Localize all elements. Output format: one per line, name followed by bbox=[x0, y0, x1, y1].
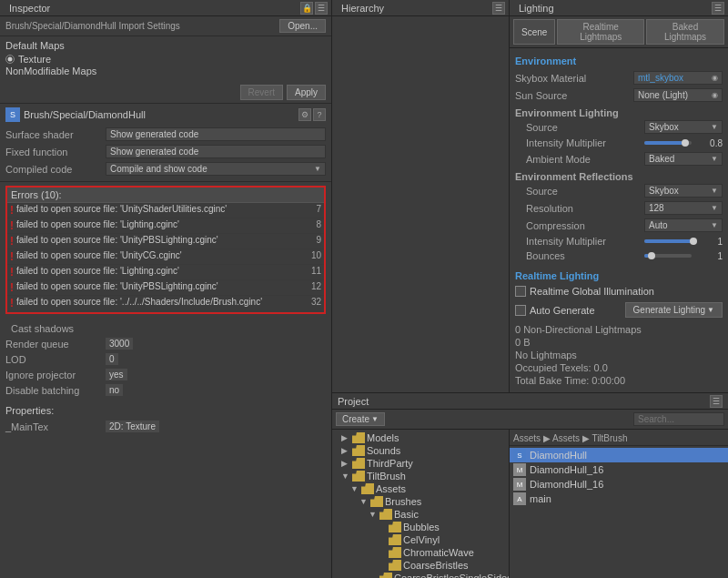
error-line-number: 10 bbox=[303, 250, 321, 260]
hierarchy-menu-icon[interactable]: ☰ bbox=[492, 2, 505, 15]
compression-field[interactable]: Auto ▼ bbox=[644, 218, 723, 232]
asset-item[interactable]: S DiamondHull bbox=[510, 448, 728, 462]
lighting-menu-icon[interactable]: ☰ bbox=[712, 2, 724, 15]
error-line-number: 9 bbox=[303, 235, 321, 245]
asset-type-icon: A bbox=[513, 492, 526, 505]
inspector-content: Default Maps Texture NonModifiable Maps … bbox=[0, 36, 331, 578]
asset-item[interactable]: A main bbox=[510, 492, 728, 506]
settings-icon[interactable]: ⚙ bbox=[298, 108, 311, 121]
inspector-panel: Inspector 🔒 ☰ Brush/Special/DiamondHull … bbox=[0, 0, 332, 578]
error-line-number: 7 bbox=[303, 204, 321, 214]
tree-item-label: Sounds bbox=[367, 445, 400, 456]
tree-item-label: Assets bbox=[376, 483, 406, 494]
fixed-function-value[interactable]: Show generated code bbox=[106, 145, 326, 158]
project-assets: Assets ▶ Assets ▶ TiltBrush S DiamondHul… bbox=[510, 430, 728, 578]
folder-icon bbox=[389, 522, 401, 532]
tree-item[interactable]: CoarseBristlesSingleSided bbox=[332, 572, 509, 578]
tree-item[interactable]: ChromaticWave bbox=[332, 546, 509, 559]
asset-label: DiamondHull_16 bbox=[530, 479, 603, 490]
autogenerate-checkbox[interactable] bbox=[515, 305, 526, 316]
tree-item-label: ChromaticWave bbox=[403, 547, 474, 558]
tree-item[interactable]: ▼ Basic bbox=[332, 508, 509, 521]
create-button[interactable]: Create ▼ bbox=[336, 412, 385, 426]
menu-icon[interactable]: ☰ bbox=[315, 2, 328, 15]
tree-item-label: CelVinyl bbox=[403, 534, 440, 545]
project-menu-icon[interactable]: ☰ bbox=[710, 395, 723, 408]
project-toolbar: Create ▼ bbox=[332, 410, 728, 430]
texture-radio[interactable] bbox=[5, 55, 15, 64]
tree-item-label: CoarseBristles bbox=[403, 560, 469, 571]
help-icon[interactable]: ? bbox=[313, 108, 326, 121]
tree-arrow-icon: ▼ bbox=[341, 472, 350, 481]
error-text: failed to open source file: 'UnityPBSLig… bbox=[16, 235, 300, 245]
object-title: Brush/Special/DiamondHull bbox=[24, 109, 146, 120]
object-section: S Brush/Special/DiamondHull ⚙ ? Surface … bbox=[0, 104, 331, 182]
ambient-mode-field[interactable]: Baked ▼ bbox=[644, 152, 723, 166]
tree-item-label: Models bbox=[367, 432, 399, 443]
env-source-field[interactable]: Skybox ▼ bbox=[644, 120, 723, 134]
error-icon: ! bbox=[10, 219, 14, 232]
tree-arrow-icon: ▼ bbox=[359, 497, 369, 506]
tree-arrow-icon: ▶ bbox=[341, 459, 350, 468]
realtime-lightmaps-tab[interactable]: Realtime Lightmaps bbox=[557, 19, 644, 45]
tree-item[interactable]: ▶ Models bbox=[332, 431, 509, 444]
realtime-gi-checkbox[interactable] bbox=[515, 286, 526, 297]
error-text: failed to open source file: '../../../Sh… bbox=[16, 297, 300, 307]
asset-item[interactable]: M DiamondHull_16 bbox=[510, 462, 728, 477]
error-line-number: 12 bbox=[303, 281, 321, 291]
skybox-material-field[interactable]: mtl_skybox ◉ bbox=[633, 71, 723, 85]
inspector-tab-bar: Inspector 🔒 ☰ bbox=[0, 0, 331, 16]
lighting-subtabs: Scene Realtime Lightmaps Baked Lightmaps bbox=[510, 16, 728, 48]
bounces-slider[interactable]: 1 bbox=[644, 251, 723, 261]
project-search-input[interactable] bbox=[633, 412, 724, 426]
baked-lightmaps-tab[interactable]: Baked Lightmaps bbox=[646, 19, 724, 45]
asset-item[interactable]: M DiamondHull_16 bbox=[510, 477, 728, 492]
sun-source-field[interactable]: None (Light) ◉ bbox=[633, 88, 723, 102]
intensity-slider[interactable]: 0.8 bbox=[644, 138, 723, 148]
env-lighting-subheader: Environment Lighting bbox=[515, 107, 723, 118]
tree-item[interactable]: ▶ Sounds bbox=[332, 444, 509, 457]
open-button[interactable]: Open... bbox=[279, 19, 326, 33]
error-list: ! failed to open source file: 'UnityShad… bbox=[7, 203, 324, 312]
resolution-field[interactable]: 128 ▼ bbox=[644, 201, 723, 215]
inspector-tab[interactable]: Inspector bbox=[4, 2, 56, 15]
error-text: failed to open source file: 'UnityShader… bbox=[16, 204, 300, 214]
lightmap-stats: 0 Non-Directional Lightmaps 0 B No Light… bbox=[515, 321, 723, 389]
tree-item[interactable]: ▼ Assets bbox=[332, 482, 509, 495]
intensity-mult-slider[interactable]: 1 bbox=[644, 237, 723, 247]
asset-label: DiamondHull_16 bbox=[530, 464, 603, 475]
apply-button[interactable]: Apply bbox=[287, 85, 326, 100]
tree-item-label: Brushes bbox=[385, 496, 421, 507]
asset-type-icon: S bbox=[513, 449, 526, 461]
lighting-panel: Lighting ☰ Scene Realtime Lightmaps Bake… bbox=[510, 0, 728, 392]
hierarchy-tab[interactable]: Hierarchy bbox=[336, 2, 389, 15]
lighting-tab[interactable]: Lighting bbox=[513, 2, 560, 15]
compiled-code-value[interactable]: Compile and show code ▼ bbox=[106, 162, 326, 176]
tree-item[interactable]: ▼ Brushes bbox=[332, 495, 509, 508]
tree-item[interactable]: CoarseBristles bbox=[332, 559, 509, 572]
revert-button[interactable]: Revert bbox=[240, 85, 283, 100]
asset-breadcrumb: Assets ▶ Assets ▶ TiltBrush bbox=[510, 431, 728, 446]
error-icon: ! bbox=[10, 250, 14, 263]
top-panels: Hierarchy ☰ Lighting ☰ Scene Realtim bbox=[332, 0, 728, 392]
surface-shader-value[interactable]: Show generated code bbox=[106, 127, 326, 141]
tree-item[interactable]: ▶ ThirdParty bbox=[332, 457, 509, 470]
folder-icon bbox=[352, 432, 365, 443]
tree-item-label: Basic bbox=[394, 509, 419, 520]
lighting-content: Environment Skybox Material mtl_skybox ◉… bbox=[510, 48, 728, 392]
generate-lighting-button[interactable]: Generate Lighting ▼ bbox=[625, 302, 723, 318]
tree-item[interactable]: ▼ TiltBrush bbox=[332, 470, 509, 482]
project-header: Project ☰ bbox=[332, 393, 728, 410]
breadcrumb: Brush/Special/DiamondHull Import Setting… bbox=[0, 16, 331, 36]
scene-tab[interactable]: Scene bbox=[513, 19, 555, 45]
error-icon: ! bbox=[10, 297, 14, 309]
tree-item[interactable]: Bubbles bbox=[332, 521, 509, 533]
surface-shader-row: Surface shader Show generated code bbox=[5, 126, 326, 143]
error-item: ! failed to open source file: 'Assets/Th… bbox=[7, 311, 324, 312]
folder-icon bbox=[370, 496, 383, 507]
error-line-number: 32 bbox=[303, 297, 321, 307]
refl-source-field[interactable]: Skybox ▼ bbox=[644, 184, 723, 198]
lock-icon[interactable]: 🔒 bbox=[300, 2, 313, 15]
folder-icon bbox=[352, 471, 365, 482]
tree-item[interactable]: CelVinyl bbox=[332, 533, 509, 546]
